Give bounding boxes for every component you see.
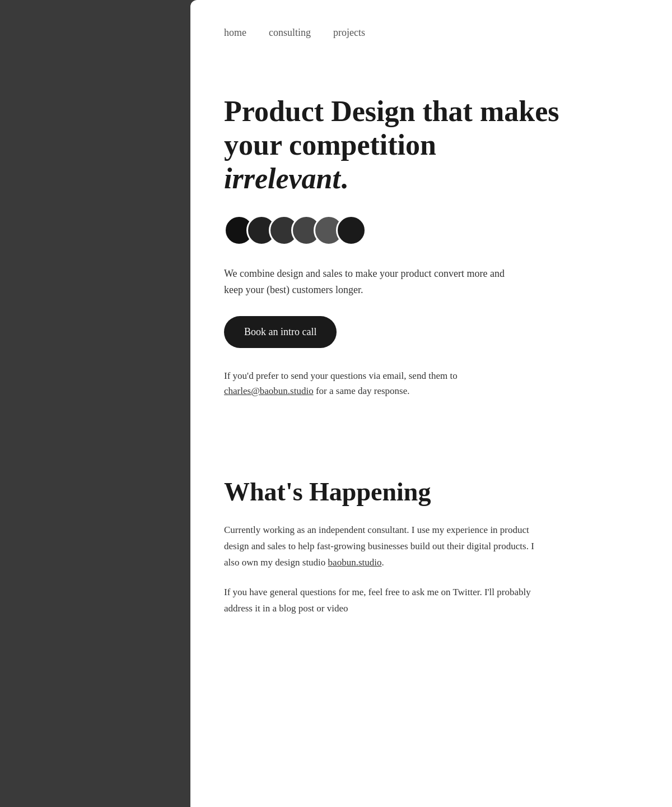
section-divider	[224, 421, 638, 454]
avatar-group	[224, 215, 638, 245]
whats-happening-heading: What's Happening	[224, 477, 638, 507]
hero-heading-text1: Product Design that makes your competiti…	[224, 95, 559, 161]
hero-description: We combine design and sales to make your…	[224, 266, 515, 298]
hero-section: Product Design that makes your competiti…	[224, 61, 638, 421]
nav-home[interactable]: home	[224, 27, 246, 39]
nav-consulting[interactable]: consulting	[269, 27, 311, 39]
email-section: If you'd prefer to send your questions v…	[224, 368, 526, 398]
hero-heading-italic: irrelevant	[224, 163, 340, 194]
email-text-before: If you'd prefer to send your questions v…	[224, 370, 458, 381]
hero-heading: Product Design that makes your competiti…	[224, 95, 560, 195]
whats-happening-section: What's Happening Currently working as an…	[224, 454, 638, 641]
studio-link[interactable]: baobun.studio	[328, 557, 382, 568]
navigation: home consulting projects	[224, 0, 638, 61]
browser-frame: home consulting projects Product Design …	[190, 0, 672, 807]
whats-happening-paragraph2: If you have general questions for me, fe…	[224, 585, 538, 617]
hero-heading-end: .	[340, 163, 348, 194]
email-text-after: for a same day response.	[314, 386, 410, 396]
avatar-6	[336, 215, 366, 245]
nav-projects[interactable]: projects	[333, 27, 365, 39]
email-link[interactable]: charles@baobun.studio	[224, 386, 314, 396]
paragraph1-text-end: .	[381, 557, 384, 568]
book-intro-call-button[interactable]: Book an intro call	[224, 316, 337, 348]
whats-happening-paragraph1: Currently working as an independent cons…	[224, 522, 538, 571]
